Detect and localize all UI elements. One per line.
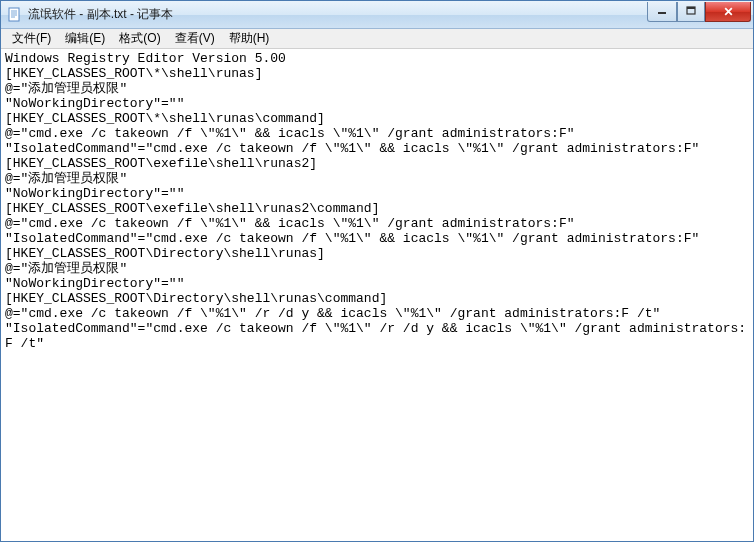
menubar: 文件(F) 编辑(E) 格式(O) 查看(V) 帮助(H) [1,29,753,49]
menu-format[interactable]: 格式(O) [112,28,167,49]
window-title: 流氓软件 - 副本.txt - 记事本 [28,6,647,23]
notepad-icon [7,7,23,23]
notepad-window: 流氓软件 - 副本.txt - 记事本 文件(F) 编辑(E) 格式(O) 查看… [0,0,754,542]
menu-view[interactable]: 查看(V) [168,28,222,49]
text-area[interactable]: Windows Registry Editor Version 5.00 [HK… [1,49,753,541]
svg-rect-5 [658,12,666,14]
menu-help[interactable]: 帮助(H) [222,28,277,49]
svg-rect-7 [687,7,695,9]
menu-file[interactable]: 文件(F) [5,28,58,49]
close-button[interactable] [705,2,751,22]
window-controls [647,2,751,22]
maximize-button[interactable] [677,2,705,22]
titlebar[interactable]: 流氓软件 - 副本.txt - 记事本 [1,1,753,29]
menu-edit[interactable]: 编辑(E) [58,28,112,49]
document-text[interactable]: Windows Registry Editor Version 5.00 [HK… [5,51,749,351]
minimize-button[interactable] [647,2,677,22]
